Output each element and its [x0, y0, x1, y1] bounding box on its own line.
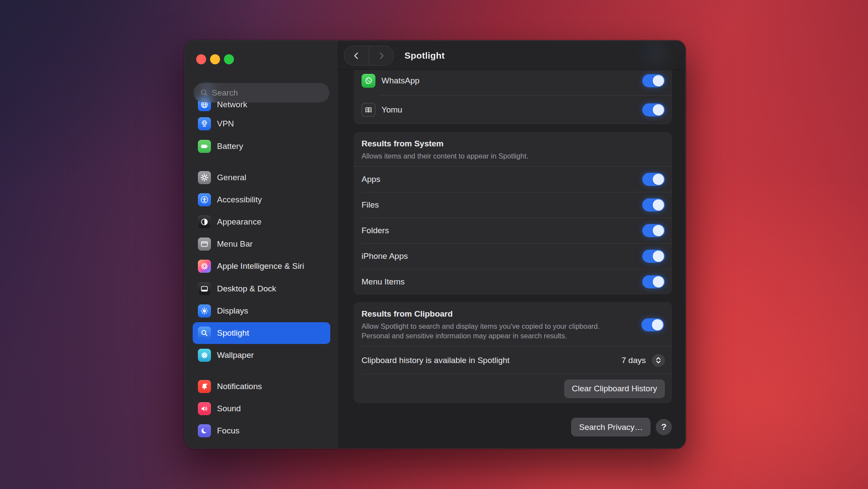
results-from-clipboard-header: Results from Clipboard Allow Spotlight t… — [354, 302, 672, 346]
sidebar-item-label: Network — [217, 100, 247, 109]
clipboard-history-stepper[interactable] — [652, 354, 665, 367]
system-row-apps: Apps — [354, 167, 672, 192]
detail-header: Spotlight — [339, 41, 685, 70]
sidebar-item-focus[interactable]: Focus — [193, 420, 330, 442]
settings-detail-pane: WhatsApp Yomu Results from System Allows… — [339, 41, 685, 448]
search-input[interactable] — [212, 88, 322, 98]
close-button[interactable] — [196, 54, 206, 64]
speaker-icon — [198, 402, 211, 415]
sidebar-item-displays[interactable]: Displays — [193, 300, 330, 322]
search-icon — [201, 89, 208, 96]
battery-icon — [198, 140, 211, 153]
bell-icon — [198, 380, 211, 393]
menu-bar-icon — [198, 238, 211, 251]
accessibility-icon — [198, 193, 211, 206]
system-row-iphone-apps: iPhone Apps — [354, 244, 672, 269]
search-privacy-button[interactable]: Search Privacy… — [571, 418, 651, 436]
app-name: WhatsApp — [381, 76, 636, 86]
sidebar-item-label: Focus — [217, 426, 240, 436]
sidebar-item-desktop-dock[interactable]: Desktop & Dock — [193, 278, 330, 300]
section-title: Results from System — [362, 139, 664, 149]
clear-clipboard-history-button[interactable]: Clear Clipboard History — [564, 380, 665, 398]
iphone-apps-toggle[interactable] — [642, 250, 665, 263]
sidebar-item-notifications[interactable]: Notifications — [193, 376, 330, 397]
results-from-system-header: Results from System Allows items and the… — [354, 132, 672, 166]
navigation-pill — [344, 46, 394, 66]
sidebar-search-field[interactable] — [194, 83, 329, 102]
results-from-clipboard-card: Results from Clipboard Allow Spotlight t… — [354, 302, 672, 403]
system-settings-window: Network VPN Battery General — [184, 40, 686, 449]
sidebar-item-label: Appearance — [217, 217, 261, 227]
zoom-button[interactable] — [224, 54, 234, 64]
files-toggle[interactable] — [642, 198, 665, 211]
footer-actions: Search Privacy… ? — [354, 418, 672, 436]
app-name: Yomu — [381, 105, 636, 115]
gear-icon — [198, 171, 211, 184]
sidebar-item-spotlight[interactable]: Spotlight — [193, 322, 330, 344]
chevron-up-icon — [656, 357, 661, 360]
chevron-down-icon — [656, 360, 661, 363]
sidebar-item-label: Apple Intelligence & Siri — [217, 261, 304, 271]
sidebar-item-label: VPN — [217, 119, 234, 129]
minimize-button[interactable] — [210, 54, 220, 64]
appearance-icon — [198, 215, 211, 228]
sidebar-item-label: Spotlight — [217, 328, 249, 338]
system-row-files: Files — [354, 192, 672, 218]
sidebar-item-label: Desktop & Dock — [217, 284, 276, 294]
section-subtitle: Allows items and their content to appear… — [362, 151, 607, 161]
whatsapp-icon — [362, 74, 375, 88]
apps-toggle[interactable] — [642, 173, 665, 186]
moon-icon — [198, 424, 211, 437]
apple-intelligence-icon — [198, 260, 211, 273]
yomu-icon — [362, 103, 375, 117]
vpn-icon — [198, 117, 211, 130]
clipboard-history-value: 7 days — [621, 356, 646, 365]
sidebar-item-label: Battery — [217, 142, 243, 151]
forward-button[interactable] — [369, 46, 394, 65]
sidebar-item-accessibility[interactable]: Accessibility — [193, 189, 330, 211]
page-title: Spotlight — [404, 41, 445, 70]
clipboard-history-label: Clipboard history is available in Spotli… — [362, 356, 621, 365]
sidebar-item-appearance[interactable]: Appearance — [193, 211, 330, 233]
sidebar-item-apple-intelligence-siri[interactable]: Apple Intelligence & Siri — [193, 255, 330, 277]
system-row-menu-items: Menu Items — [354, 269, 672, 294]
sidebar-item-label: Displays — [217, 306, 248, 316]
yomu-toggle[interactable] — [642, 103, 665, 116]
chevron-right-icon — [377, 52, 385, 60]
sidebar-item-label: Sound — [217, 404, 241, 413]
app-row-whatsapp: WhatsApp — [354, 66, 672, 95]
results-from-system-card: Results from System Allows items and the… — [354, 132, 672, 294]
section-title: Results from Clipboard — [362, 309, 633, 319]
displays-icon — [198, 304, 211, 317]
window-controls — [196, 54, 234, 64]
sidebar-item-label: Accessibility — [217, 195, 262, 205]
sidebar-item-vpn[interactable]: VPN — [193, 113, 330, 135]
folders-toggle[interactable] — [642, 224, 665, 237]
app-row-yomu: Yomu — [354, 96, 672, 124]
sidebar-item-wallpaper[interactable]: Wallpaper — [193, 344, 330, 366]
sidebar-item-label: Wallpaper — [217, 350, 254, 360]
sidebar-item-general[interactable]: General — [193, 167, 330, 188]
sidebar-item-label: Notifications — [217, 382, 262, 391]
sidebar: Network VPN Battery General — [185, 41, 339, 448]
desktop-dock-icon — [198, 282, 211, 295]
sidebar-item-label: Menu Bar — [217, 239, 253, 249]
sidebar-item-label: General — [217, 173, 247, 182]
menu-items-toggle[interactable] — [642, 275, 665, 288]
clear-clipboard-row: Clear Clipboard History — [354, 374, 672, 403]
sidebar-item-battery[interactable]: Battery — [193, 135, 330, 157]
back-button[interactable] — [344, 46, 369, 65]
clipboard-results-toggle[interactable] — [641, 318, 664, 331]
sidebar-item-sound[interactable]: Sound — [193, 398, 330, 420]
sidebar-item-menu-bar[interactable]: Menu Bar — [193, 233, 330, 255]
whatsapp-toggle[interactable] — [642, 74, 665, 87]
chevron-left-icon — [352, 52, 361, 60]
spotlight-icon — [198, 327, 211, 340]
clipboard-history-row: Clipboard history is available in Spotli… — [354, 347, 672, 374]
help-button[interactable]: ? — [656, 419, 672, 435]
section-description: Allow Spotlight to search and display it… — [362, 321, 607, 340]
system-row-folders: Folders — [354, 218, 672, 243]
settings-scroll-area[interactable]: WhatsApp Yomu Results from System Allows… — [339, 41, 685, 448]
wallpaper-icon — [198, 349, 211, 362]
